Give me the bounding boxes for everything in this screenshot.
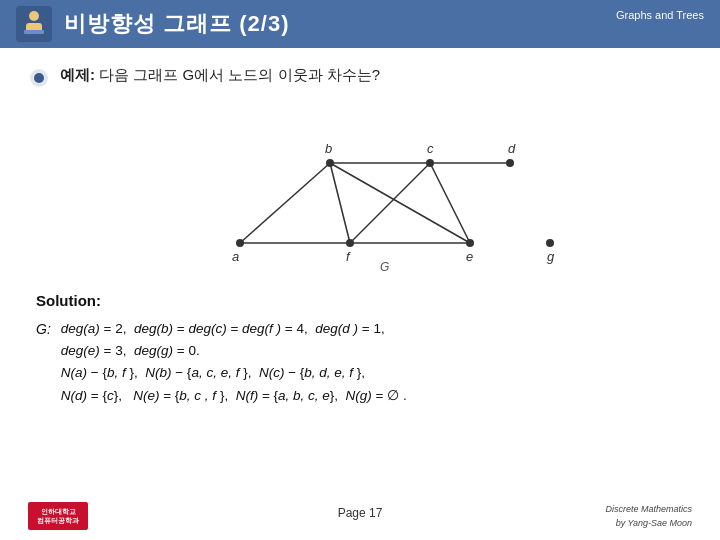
university-logo: 인하대학교컴퓨터공학과 (28, 502, 88, 530)
svg-point-21 (546, 239, 554, 247)
solution-title: Solution: (36, 289, 692, 314)
svg-text:d: d (508, 141, 516, 156)
svg-point-1 (29, 11, 39, 21)
main-content: 예제: 다음 그래프 G에서 노드의 이웃과 차수는? (0, 48, 720, 417)
header-icon (16, 6, 52, 42)
bullet-icon (28, 67, 50, 89)
svg-point-19 (466, 239, 474, 247)
graph-svg: a b c d e f g G (150, 103, 570, 273)
footer-logo: 인하대학교컴퓨터공학과 (28, 502, 88, 530)
svg-text:f: f (346, 249, 351, 264)
footer-credit: Discrete Mathematics by Yang-Sae Moon (605, 503, 692, 530)
svg-point-20 (346, 239, 354, 247)
page-title: 비방향성 그래프 (2/3) (64, 9, 289, 39)
svg-line-6 (240, 163, 330, 243)
g-label: G: (36, 318, 51, 341)
svg-line-9 (330, 163, 350, 243)
solution-line-2: deg(e) = 3, deg(g) = 0. (61, 340, 407, 362)
svg-point-15 (236, 239, 244, 247)
svg-point-18 (506, 159, 514, 167)
svg-point-16 (326, 159, 334, 167)
solution-area: Solution: G: deg(a) = 2, deg(b) = deg(c)… (36, 289, 692, 407)
footer: 인하대학교컴퓨터공학과 Page 17 Discrete Mathematics… (0, 502, 720, 530)
svg-line-10 (330, 163, 470, 243)
header-subtitle: Graphs and Trees (616, 8, 704, 23)
page-number: Page 17 (338, 506, 383, 520)
svg-text:g: g (547, 249, 555, 264)
solution-lines: deg(a) = 2, deg(b) = deg(c) = deg(f ) = … (61, 318, 407, 407)
example-text: 예제: 다음 그래프 G에서 노드의 이웃과 차수는? (60, 66, 380, 85)
svg-text:a: a (232, 249, 239, 264)
svg-text:e: e (466, 249, 473, 264)
svg-line-12 (350, 163, 430, 243)
svg-point-17 (426, 159, 434, 167)
solution-line-3: N(a) − {b, f }, N(b) − {a, c, e, f }, N(… (61, 362, 407, 384)
graph-diagram: a b c d e f g G (28, 103, 692, 273)
svg-text:b: b (325, 141, 332, 156)
solution-line-1: deg(a) = 2, deg(b) = deg(c) = deg(f ) = … (61, 318, 407, 340)
svg-rect-3 (24, 30, 44, 34)
svg-text:c: c (427, 141, 434, 156)
svg-point-5 (34, 73, 44, 83)
header-bar: 비방향성 그래프 (2/3) Graphs and Trees (0, 0, 720, 48)
svg-text:G: G (380, 260, 389, 273)
solution-line-4: N(d) = {c}, N(e) = {b, c , f }, N(f) = {… (61, 385, 407, 407)
example-line: 예제: 다음 그래프 G에서 노드의 이웃과 차수는? (28, 66, 692, 89)
